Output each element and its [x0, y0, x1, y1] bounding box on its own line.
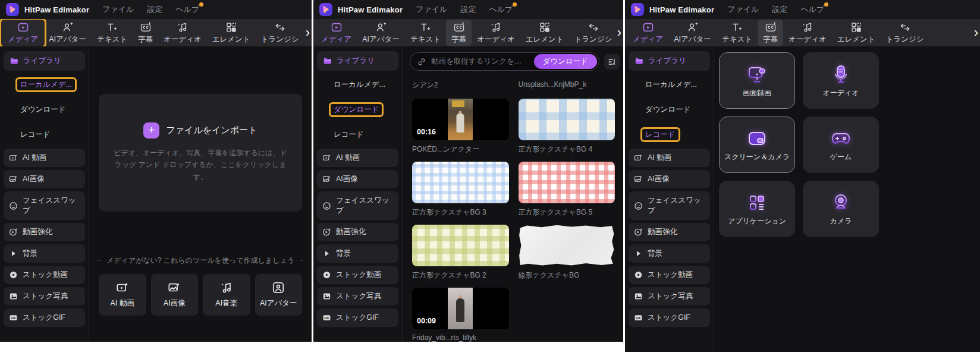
item-label: 正方形テクスチャBG 3	[412, 207, 509, 218]
video-thumbnail[interactable]: 00:16	[412, 99, 509, 140]
tab-elements[interactable]: エレメント	[520, 20, 569, 46]
menu-settings[interactable]: 設定	[460, 4, 476, 15]
menu-file[interactable]: ファイル	[727, 4, 759, 15]
sidebar-item-library[interactable]: ライブラリ	[317, 51, 398, 71]
sidebar-item-face-swap[interactable]: フェイススワップ	[629, 191, 710, 220]
tab-subtitle[interactable]: 字幕	[758, 20, 783, 46]
downloads-grid: シアン2 Unsplash...KnjMbP_k 00:16 POKÉD...ン…	[403, 73, 623, 342]
tabs-overflow-chevron[interactable]: ›	[614, 21, 623, 44]
record-option-application[interactable]: アプリケーション	[719, 181, 795, 237]
sidebar-item-background[interactable]: 背景	[317, 244, 398, 263]
url-input[interactable]: 動画を取得するリンクをここ... ダウンロード	[410, 52, 599, 71]
tab-ai-avatar[interactable]: AIアバター	[357, 20, 405, 46]
tab-subtitle[interactable]: 字幕	[446, 20, 472, 46]
menu-file[interactable]: ファイル	[102, 4, 134, 15]
tab-media[interactable]: メディア	[2, 20, 43, 46]
tab-subtitle[interactable]: 字幕	[133, 20, 158, 46]
sidebar-item-local-media[interactable]: ローカルメデ...	[629, 74, 710, 96]
tab-media[interactable]: メディア	[627, 20, 668, 46]
tab-elements[interactable]: エレメント	[832, 20, 881, 46]
download-button[interactable]: ダウンロード	[534, 54, 597, 69]
sidebar-item-stock-video[interactable]: ストック動画	[317, 266, 398, 284]
texture-thumbnail[interactable]	[412, 162, 509, 203]
tabs-overflow-chevron[interactable]: ›	[970, 21, 979, 44]
sidebar-item-stock-gif[interactable]: GIFストックGIF	[629, 308, 710, 327]
face-swap-icon	[9, 201, 18, 210]
face-swap-icon	[322, 201, 331, 210]
tab-transition[interactable]: トランジシ	[881, 20, 929, 46]
sidebar-item-face-swap[interactable]: フェイススワップ	[317, 191, 398, 220]
sidebar-item-stock-gif[interactable]: GIFストックGIF	[317, 308, 398, 327]
tab-ai-avatar[interactable]: AIアバター	[668, 20, 717, 46]
card-ai-avatar[interactable]: AIアバター	[255, 274, 303, 316]
sidebar-item-stock-video[interactable]: ストック動画	[629, 266, 710, 284]
sidebar-item-local-media[interactable]: ローカルメデ...	[4, 74, 85, 96]
tab-text[interactable]: テキスト	[717, 20, 758, 46]
sidebar-item-face-swap[interactable]: フェイススワップ	[4, 191, 85, 220]
ai-image-icon	[322, 175, 331, 184]
sidebar-item-stock-gif[interactable]: GIFストックGIF	[4, 308, 85, 327]
texture-thumbnail[interactable]	[412, 225, 509, 266]
text-icon	[106, 21, 118, 33]
tab-transition[interactable]: トランジシ	[569, 20, 618, 46]
sidebar-item-ai-video[interactable]: AI 動画	[4, 149, 85, 167]
sidebar-item-background[interactable]: 背景	[4, 244, 85, 263]
tabs-overflow-chevron[interactable]: ›	[302, 21, 311, 44]
import-dropzone[interactable]: + ファイルをインポート ビデオ、オーディオ、写真、字幕を追加するには、ドラッグ…	[99, 94, 302, 212]
tab-text[interactable]: テキスト	[92, 20, 133, 46]
sidebar-item-ai-video[interactable]: AI 動画	[629, 149, 710, 167]
record-option-camera[interactable]: カメラ	[803, 181, 879, 237]
sidebar-item-ai-image[interactable]: AI画像	[4, 170, 85, 188]
sidebar-item-background[interactable]: 背景	[629, 244, 710, 263]
sidebar-item-video-enhance[interactable]: 動画強化	[317, 223, 398, 241]
sidebar-item-ai-image[interactable]: AI画像	[317, 170, 398, 188]
item-label: 正方形テクスチャBG 2	[412, 270, 509, 281]
texture-thumbnail[interactable]	[519, 99, 615, 140]
tab-audio[interactable]: オーディオ	[783, 20, 832, 46]
sidebar-item-ai-image[interactable]: AI画像	[629, 170, 710, 188]
sidebar-item-library[interactable]: ライブラリ	[4, 51, 85, 71]
stock-video-icon	[9, 270, 18, 279]
sidebar-item-stock-video[interactable]: ストック動画	[4, 266, 85, 284]
sidebar-item-ai-video[interactable]: AI 動画	[317, 149, 398, 167]
sidebar-item-local-media[interactable]: ローカルメデ...	[317, 74, 398, 96]
sidebar-item-stock-photo[interactable]: ストック写真	[4, 287, 85, 306]
tab-ai-avatar[interactable]: AIアバター	[43, 20, 92, 46]
texture-thumbnail[interactable]	[519, 225, 615, 266]
menu-file[interactable]: ファイル	[416, 4, 447, 15]
video-thumbnail[interactable]: 00:09	[412, 288, 509, 329]
card-ai-music[interactable]: AI音楽	[203, 274, 250, 316]
sidebar-item-download[interactable]: ダウンロード	[629, 99, 710, 121]
sidebar-item-video-enhance[interactable]: 動画強化	[629, 223, 710, 241]
menu-settings[interactable]: 設定	[147, 4, 162, 15]
tab-audio[interactable]: オーディオ	[472, 20, 520, 46]
tab-elements[interactable]: エレメント	[207, 20, 256, 46]
sidebar-item-video-enhance[interactable]: 動画強化	[4, 223, 85, 241]
menu-help[interactable]: ヘルプ	[175, 4, 199, 15]
card-ai-image[interactable]: AI画像	[151, 274, 199, 316]
menu-settings[interactable]: 設定	[772, 4, 787, 15]
record-option-audio[interactable]: オーディオ	[803, 52, 879, 109]
plus-icon[interactable]: +	[143, 122, 159, 138]
record-option-screen-camera[interactable]: スクリーン＆カメラ	[719, 116, 795, 173]
record-option-screen[interactable]: 画面録画	[719, 52, 795, 109]
tab-audio[interactable]: オーディオ	[158, 20, 207, 46]
sidebar-item-record[interactable]: レコード	[629, 124, 710, 146]
sidebar-item-download[interactable]: ダウンロード	[4, 99, 85, 121]
download-queue-button[interactable]	[604, 54, 620, 70]
tab-media[interactable]: メディア	[316, 20, 357, 46]
sidebar-item-record[interactable]: レコード	[4, 124, 85, 146]
card-ai-video[interactable]: AI 動画	[99, 274, 146, 316]
tab-transition[interactable]: トランジシ	[256, 20, 304, 46]
sidebar-item-library[interactable]: ライブラリ	[629, 51, 710, 71]
tab-text[interactable]: テキスト	[405, 20, 446, 46]
sidebar-item-record[interactable]: レコード	[317, 124, 398, 146]
item-label: Unsplash...KnjMbP_k	[519, 80, 615, 89]
menu-help[interactable]: ヘルプ	[489, 4, 513, 15]
sidebar-item-stock-photo[interactable]: ストック写真	[317, 287, 398, 306]
sidebar-item-download[interactable]: ダウンロード	[317, 99, 398, 121]
texture-thumbnail[interactable]	[519, 162, 615, 203]
menu-help[interactable]: ヘルプ	[800, 4, 824, 15]
record-option-game[interactable]: ゲーム	[803, 116, 879, 173]
sidebar-item-stock-photo[interactable]: ストック写真	[629, 287, 710, 306]
